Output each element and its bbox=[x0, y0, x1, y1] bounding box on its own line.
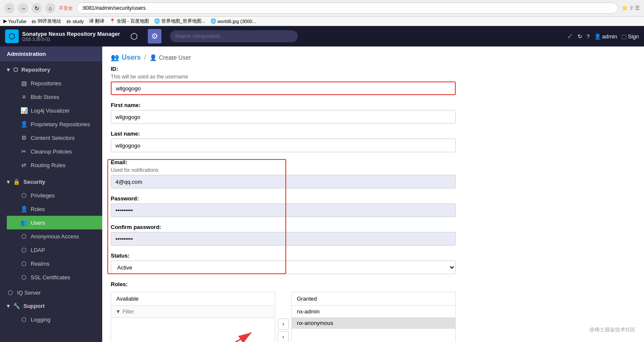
navbar-gear-icon[interactable]: ⚙ bbox=[148, 29, 161, 43]
chevron-down-security-icon: ▾ bbox=[7, 179, 10, 185]
sidebar-item-cleanup[interactable]: ✂ Cleanup Policies bbox=[7, 145, 102, 158]
available-header: Available bbox=[111, 292, 275, 306]
sidebar-item-blob-stores[interactable]: ≡ Blob Stores bbox=[7, 90, 102, 104]
sidebar-item-logging[interactable]: ⬡ Logging bbox=[7, 313, 102, 326]
routing-label: Routing Rules bbox=[31, 162, 66, 168]
chevron-down-support-icon: ▾ bbox=[7, 303, 10, 309]
sidebar-item-routing[interactable]: ⇄ Routing Rules bbox=[7, 158, 102, 172]
available-roles-list bbox=[111, 318, 275, 342]
support-group-icon: 🔧 bbox=[13, 303, 20, 309]
repository-icon: ⬡ bbox=[13, 67, 18, 73]
bookmark-translate[interactable]: 译 翻译 bbox=[89, 18, 104, 24]
create-user-breadcrumb-icon: 👤 bbox=[150, 54, 157, 61]
breadcrumb-users-link[interactable]: 👥 Users bbox=[111, 53, 141, 61]
home-button[interactable]: ⌂ bbox=[45, 3, 55, 13]
filter-input[interactable] bbox=[123, 309, 270, 315]
chevron-down-icon: ▾ bbox=[7, 67, 10, 73]
bookmark-99dev[interactable]: 🗁 99开发地址 bbox=[32, 18, 61, 24]
ldap-icon: ⬡ bbox=[20, 246, 27, 253]
sidebar-item-users[interactable]: 👥 Users bbox=[7, 216, 102, 229]
browser-actions: ⭐ ⇪ ☰ bbox=[621, 5, 640, 11]
password-field-group: Password: bbox=[111, 195, 456, 217]
sidebar: Administration ▾ ⬡ Repository ▤ Reposito… bbox=[0, 46, 102, 342]
sidebar-item-log4j[interactable]: 📊 Log4j Visualizer bbox=[7, 104, 102, 117]
status-select[interactable]: Active Disabled bbox=[111, 261, 456, 274]
navbar-cube-icon[interactable]: ⬡ bbox=[130, 31, 138, 41]
security-warning: 不安全 bbox=[59, 5, 73, 12]
sidebar-item-iq-server[interactable]: ⬡ IQ Server bbox=[0, 286, 102, 299]
id-hint: This will be used as the username bbox=[111, 74, 456, 80]
bookmark-study[interactable]: 🗁 study bbox=[66, 19, 83, 24]
security-group-icon: 🔒 bbox=[13, 179, 20, 185]
email-hint: Used for notifications bbox=[111, 167, 456, 173]
firstname-input[interactable] bbox=[111, 110, 456, 124]
repository-label: Repository bbox=[21, 67, 50, 73]
email-input[interactable] bbox=[111, 175, 456, 188]
navbar: ⬡ Sonatype Nexus Repository Manager OSS … bbox=[0, 26, 644, 46]
id-input[interactable] bbox=[111, 81, 456, 95]
granted-role-nx-anonymous[interactable]: nx-anonymous bbox=[292, 317, 455, 329]
sidebar-item-anonymous[interactable]: ⬡ Anonymous Access bbox=[7, 229, 102, 243]
iq-server-icon: ⬡ bbox=[7, 289, 14, 296]
lastname-field-group: Last name: bbox=[111, 130, 456, 152]
sidebar-item-content-selectors[interactable]: ⚙ Content Selectors bbox=[7, 131, 102, 145]
sidebar-item-privileges[interactable]: ⬡ Privileges bbox=[7, 188, 102, 202]
sidebar-item-ssl[interactable]: ⬡ SSL Certificates bbox=[7, 270, 102, 284]
navbar-right: ✓ ↻ ? 👤 admin ⬚ Sign bbox=[567, 32, 639, 41]
remove-role-button[interactable]: ‹ bbox=[278, 331, 289, 342]
bookmark-world[interactable]: 🌐 world6.jpg (3000... bbox=[210, 18, 256, 24]
navbar-logo: ⬡ Sonatype Nexus Repository Manager OSS … bbox=[5, 29, 120, 43]
bookmark-map2[interactable]: 🌐 世界地图_世界地图... bbox=[154, 18, 205, 24]
firstname-field-group: First name: bbox=[111, 102, 456, 124]
cleanup-label: Cleanup Policies bbox=[31, 148, 72, 155]
forward-button[interactable]: → bbox=[18, 3, 28, 13]
user-button[interactable]: 👤 admin bbox=[594, 33, 617, 40]
back-button[interactable]: ← bbox=[4, 3, 14, 13]
sidebar-item-proprietary[interactable]: 👤 Proprietary Repositories bbox=[7, 117, 102, 131]
sidebar-item-repositories[interactable]: ▤ Repositories bbox=[7, 76, 102, 90]
bookmark-youtube[interactable]: ▶ YouTube bbox=[3, 18, 26, 24]
roles-filter: ▼ bbox=[111, 306, 275, 318]
sidebar-group-security[interactable]: ▾ 🔒 Security bbox=[0, 175, 102, 188]
content-selectors-label: Content Selectors bbox=[31, 135, 75, 141]
proprietary-label: Proprietary Repositories bbox=[31, 121, 90, 128]
help-button[interactable]: ? bbox=[586, 33, 589, 40]
content-area: 👥 Users / 👤 Create User ID: This will be… bbox=[102, 46, 644, 342]
add-role-button[interactable]: › bbox=[278, 319, 289, 330]
roles-label: Roles bbox=[31, 206, 45, 212]
sidebar-item-realms[interactable]: ⬡ Realms bbox=[7, 257, 102, 270]
password-input[interactable] bbox=[111, 203, 456, 217]
sidebar-group-repository[interactable]: ▾ ⬡ Repository bbox=[0, 63, 102, 76]
navbar-title: Sonatype Nexus Repository Manager bbox=[22, 31, 120, 38]
navbar-search bbox=[170, 30, 298, 42]
cleanup-icon: ✂ bbox=[20, 148, 27, 155]
blob-stores-label: Blob Stores bbox=[31, 94, 59, 100]
logging-icon: ⬡ bbox=[20, 316, 27, 323]
admin-header: Administration bbox=[0, 46, 102, 61]
signin-button[interactable]: ⬚ Sign bbox=[621, 33, 639, 40]
confirm-password-input[interactable] bbox=[111, 232, 456, 246]
sidebar-item-roles[interactable]: 👤 Roles bbox=[7, 202, 102, 216]
bookmarks-bar: ▶ YouTube 🗁 99开发地址 🗁 study 译 翻译 📍 全国 - 百… bbox=[0, 17, 644, 26]
users-breadcrumb-icon: 👥 bbox=[111, 53, 119, 61]
id-field-group: ID: This will be used as the username bbox=[111, 66, 456, 95]
email-field-group: Email: Used for notifications bbox=[111, 159, 456, 188]
refresh-button-nav[interactable]: ↻ bbox=[578, 33, 582, 40]
sidebar-item-ldap[interactable]: ⬡ LDAP bbox=[7, 243, 102, 257]
lastname-input[interactable] bbox=[111, 139, 456, 152]
nexus-logo-icon: ⬡ bbox=[5, 29, 19, 43]
url-bar[interactable] bbox=[76, 3, 618, 14]
refresh-button[interactable]: ↻ bbox=[32, 3, 42, 13]
firstname-label: First name: bbox=[111, 102, 456, 108]
ssl-label: SSL Certificates bbox=[31, 274, 70, 281]
privileges-label: Privileges bbox=[31, 192, 55, 199]
roles-icon: 👤 bbox=[20, 206, 27, 212]
security-label: Security bbox=[23, 179, 45, 185]
roles-section-label: Roles: bbox=[111, 281, 456, 287]
log4j-label: Log4j Visualizer bbox=[31, 107, 70, 114]
sidebar-group-support[interactable]: ▾ 🔧 Support bbox=[0, 299, 102, 313]
search-input[interactable] bbox=[170, 30, 298, 42]
granted-role-nx-admin[interactable]: nx-admin bbox=[292, 306, 455, 317]
bookmark-map1[interactable]: 📍 全国 - 百度地图 bbox=[109, 18, 149, 24]
status-label: Status: bbox=[111, 252, 456, 259]
